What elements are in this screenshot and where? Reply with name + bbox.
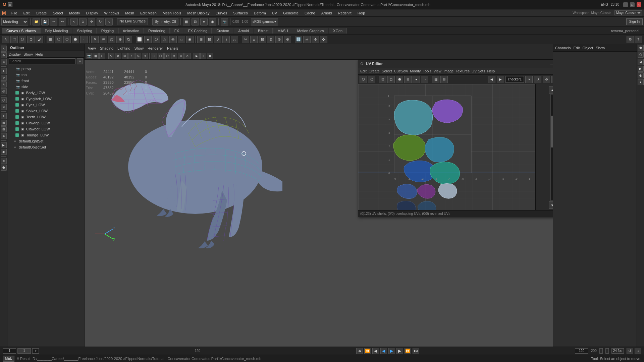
vp-menu-lighting[interactable]: Lighting [116, 46, 132, 50]
tool-undo[interactable]: ↩ [50, 18, 57, 25]
ctx-tab-sculpting[interactable]: Sculpting [73, 28, 97, 34]
tool-icon-paint[interactable]: 🖌 [36, 36, 43, 43]
frame-type-select[interactable]: ▾ [32, 348, 39, 354]
tool-sculpt2[interactable]: ⊚ [275, 36, 283, 43]
menu-surfaces[interactable]: Surfaces [230, 10, 250, 16]
vp-menu-show[interactable]: Show [133, 46, 145, 50]
tool-target-weld[interactable]: ⊕ [116, 36, 124, 43]
audio-btn[interactable]: ♪ [635, 348, 641, 354]
ctx-tab-animation[interactable]: Animation [118, 28, 144, 34]
tool-sculpt3[interactable]: ⊝ [284, 36, 291, 43]
go-to-end-btn[interactable]: ⏭ [413, 348, 419, 354]
vp-icon-3[interactable]: ⊞ [122, 53, 128, 59]
far-right-btn-6[interactable]: ● [638, 79, 644, 85]
tool-boolean-union[interactable]: ∪ [214, 36, 221, 43]
soft-mod-tool[interactable]: ⬡ [1, 97, 7, 103]
outliner-search-input[interactable] [9, 58, 75, 64]
mel-python-toggle[interactable]: MEL [3, 356, 14, 362]
close-button[interactable]: ✕ [637, 2, 641, 7]
far-right-btn-3[interactable]: ◀ [638, 59, 644, 65]
tool-boolean-diff[interactable]: ∖ [222, 36, 230, 43]
ctx-tab-poly-modeling[interactable]: Poly Modeling [40, 28, 72, 34]
next-frame-btn[interactable]: ▶ [396, 348, 403, 354]
tool-mirror[interactable]: ⊞ [197, 36, 205, 43]
tool-disk[interactable]: ◉ [186, 36, 194, 43]
menu-display[interactable]: Display [83, 10, 101, 16]
tool-icon-3[interactable]: ⬡ [19, 36, 26, 43]
outliner-item-spikes-low[interactable]: ▣ Spikes_LOW [7, 108, 84, 114]
vp-menu-panels[interactable]: Panels [166, 46, 180, 50]
vp-icon-7[interactable]: ⊟ [151, 53, 157, 59]
vp-icon-6[interactable]: ⊙ [142, 53, 148, 59]
camera-tools[interactable]: 📷 [221, 18, 228, 25]
uv-menu-view[interactable]: View [433, 69, 441, 73]
channels-tab[interactable]: Channels [555, 46, 571, 50]
tool-sculpt1[interactable]: ⊛ [267, 36, 274, 43]
ipr-icon[interactable]: ◐ [1, 149, 7, 155]
tool-cross2[interactable]: ✛ [320, 36, 327, 43]
menu-generate[interactable]: Generate [280, 10, 301, 16]
menu-uv[interactable]: UV [269, 10, 280, 16]
play-fwd-btn[interactable]: ▶ [388, 348, 395, 354]
tool-fill-hole[interactable]: ⬞ [80, 36, 88, 43]
viewport-3d[interactable]: Verts: 24441 24441 0 Edges: 48192 48192 … [85, 60, 553, 356]
tool-select[interactable]: ↖ [70, 18, 78, 25]
tool-boolean-inter[interactable]: ∩ [231, 36, 238, 43]
menu-create[interactable]: Create [33, 10, 49, 16]
workspace-dropdown[interactable]: Maya Classic [614, 10, 642, 15]
menu-curves[interactable]: Curves [213, 10, 230, 16]
uv-menu-image[interactable]: Image [443, 69, 454, 73]
outliner-item-eyes-low[interactable]: ▣ Eyes_LOW [7, 102, 84, 108]
menu-cache[interactable]: Cache [302, 10, 318, 16]
uv-checker-refresh[interactable]: ↺ [534, 76, 541, 83]
tool-cube[interactable]: ⬜ [136, 36, 143, 43]
uv-menu-cutsew[interactable]: Cut/Sew [394, 69, 408, 73]
tool-cross[interactable]: ✛ [312, 36, 319, 43]
mode-select[interactable]: Modeling [1, 18, 28, 25]
tool-offset[interactable]: ⊟ [259, 36, 266, 43]
uv-canvas-area[interactable]: 0 .1 .2 .3 .4 .5 .6 .7 .8 .9 [358, 84, 553, 210]
show-manip[interactable]: ≡ [1, 113, 7, 119]
tool-skull[interactable]: ☠ [303, 36, 311, 43]
uv-menu-modify[interactable]: Modify [410, 69, 421, 73]
uv-main-canvas[interactable]: 0 .1 .2 .3 .4 .5 .6 .7 .8 .9 [358, 84, 535, 210]
outliner-item-persp[interactable]: 📷 persp [7, 66, 84, 72]
lasso-tool[interactable]: ⊙ [1, 52, 7, 58]
vp-icon-4[interactable]: ○ [128, 53, 135, 59]
tool-combine[interactable]: ⊟ [206, 36, 213, 43]
uv-tool-10[interactable]: ⊟ [440, 76, 448, 83]
vp-menu-view[interactable]: View [87, 46, 97, 50]
uv-tool-4[interactable]: ◻ [387, 76, 395, 83]
outliner-item-side[interactable]: 📷 side [7, 84, 84, 90]
help-icon[interactable]: ? [635, 36, 642, 43]
uv-menu-help[interactable]: Help [487, 69, 495, 73]
uv-prev-tex-btn[interactable]: ◀ [488, 76, 495, 83]
select-tool[interactable]: ↖ [1, 46, 7, 52]
menu-file[interactable]: File [9, 10, 20, 16]
tool-rotate[interactable]: ↻ [97, 18, 104, 25]
vp-icon-12[interactable]: ✕ [184, 53, 191, 59]
channels-object[interactable]: Object [582, 46, 593, 50]
vp-menu-shading[interactable]: Shading [99, 46, 115, 50]
uv-tool-9[interactable]: ▦ [432, 76, 439, 83]
vp-menu-renderer[interactable]: Renderer [146, 46, 164, 50]
no-character-set-label[interactable] [599, 348, 603, 354]
color-space[interactable]: sRGB gamma ▾ [251, 18, 278, 25]
step-back-btn[interactable]: ⏪ [364, 348, 371, 354]
uv-menu-textures[interactable]: Textures [455, 69, 470, 73]
sculpt-tool[interactable]: ⊚ [1, 104, 7, 110]
minimize-button[interactable]: — [623, 2, 628, 7]
tool-plane[interactable]: ▭ [178, 36, 185, 43]
render-icons-group[interactable]: ▦ [183, 18, 190, 25]
tool-bridge[interactable]: ⬟ [72, 36, 79, 43]
tool-extrude[interactable]: ⬡ [55, 36, 62, 43]
end-frame-input[interactable] [575, 348, 588, 354]
uv-minimize-btn[interactable]: — [549, 62, 553, 66]
tool-crease[interactable]: ≋ [100, 36, 107, 43]
search-options-btn[interactable]: ▾ [77, 58, 83, 64]
vp-icon-9[interactable]: ⬠ [164, 53, 170, 59]
tool-torus[interactable]: ◎ [169, 36, 177, 43]
tool-icon-lasso[interactable]: ⊙ [27, 36, 35, 43]
no-live-surface-dropdown[interactable]: No Live Surface [117, 18, 148, 25]
tool-lasso[interactable]: ⊙ [79, 18, 87, 25]
